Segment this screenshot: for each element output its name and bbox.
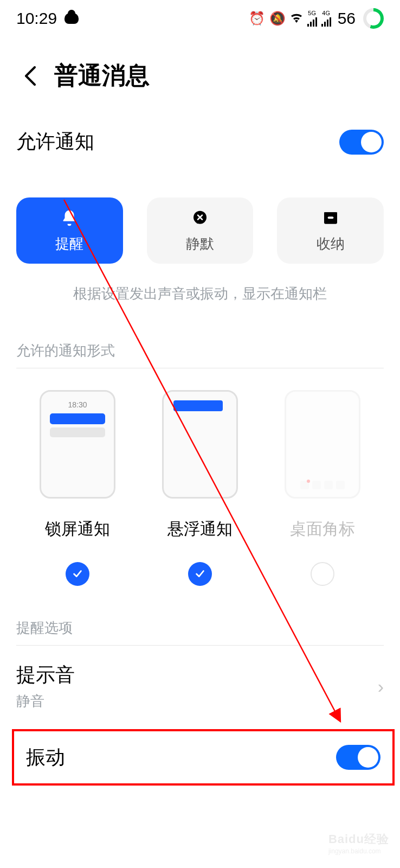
svg-rect-2 bbox=[324, 212, 337, 216]
divider bbox=[16, 368, 384, 368]
mute-icon: 🔕 bbox=[269, 11, 286, 26]
mute-chat-icon bbox=[190, 208, 210, 228]
allow-notifications-toggle[interactable] bbox=[339, 130, 384, 155]
page-title: 普通消息 bbox=[54, 60, 150, 92]
vibrate-row: 振动 bbox=[12, 729, 395, 786]
form-float-check[interactable] bbox=[188, 562, 212, 586]
mode-alert[interactable]: 提醒 bbox=[16, 197, 123, 264]
vibrate-toggle[interactable] bbox=[336, 745, 380, 770]
status-bar: 10:29 ⏰ 🔕 5G 4G 56 bbox=[0, 0, 400, 33]
mode-store-label: 收纳 bbox=[317, 234, 345, 253]
inbox-icon bbox=[321, 208, 340, 228]
form-lockscreen-label: 锁屏通知 bbox=[45, 518, 110, 540]
mode-silent[interactable]: 静默 bbox=[147, 197, 254, 264]
sound-row[interactable]: 提示音 静音 › bbox=[16, 646, 384, 722]
bell-icon bbox=[60, 208, 79, 228]
status-right: ⏰ 🔕 5G 4G 56 bbox=[249, 8, 384, 29]
battery-ring-icon bbox=[363, 8, 384, 29]
back-button[interactable] bbox=[22, 63, 38, 89]
mode-description: 根据设置发出声音或振动，显示在通知栏 bbox=[16, 284, 384, 303]
signal-2: 4G bbox=[321, 10, 331, 27]
sound-title: 提示音 bbox=[16, 662, 75, 688]
mode-store[interactable]: 收纳 bbox=[277, 197, 384, 264]
forms-row: 18:30 锁屏通知 悬浮通知 桌面角标 bbox=[16, 390, 384, 586]
wifi-icon bbox=[290, 11, 303, 26]
cloud-icon bbox=[64, 13, 79, 24]
alarm-icon: ⏰ bbox=[249, 11, 265, 26]
form-badge[interactable]: 桌面角标 bbox=[261, 390, 384, 586]
svg-rect-3 bbox=[327, 216, 333, 219]
badge-preview bbox=[285, 390, 360, 499]
chevron-right-icon: › bbox=[378, 676, 384, 697]
allow-label: 允许通知 bbox=[16, 129, 94, 155]
mode-silent-label: 静默 bbox=[186, 234, 214, 253]
lock-time: 18:30 bbox=[47, 400, 108, 409]
lockscreen-preview: 18:30 bbox=[40, 390, 115, 499]
mode-alert-label: 提醒 bbox=[55, 234, 83, 253]
form-badge-label: 桌面角标 bbox=[290, 518, 355, 540]
signal-1: 5G bbox=[307, 10, 317, 27]
form-float[interactable]: 悬浮通知 bbox=[139, 390, 261, 586]
mode-cards: 提醒 静默 收纳 bbox=[16, 197, 384, 264]
watermark: Baidu经验 jingyan.baidu.com bbox=[328, 831, 389, 855]
form-lockscreen[interactable]: 18:30 锁屏通知 bbox=[16, 390, 139, 586]
form-badge-check[interactable] bbox=[311, 562, 334, 586]
battery-percent: 56 bbox=[338, 9, 356, 28]
header: 普通消息 bbox=[0, 33, 400, 113]
forms-heading: 允许的通知形式 bbox=[16, 336, 384, 365]
form-lockscreen-check[interactable] bbox=[66, 562, 89, 586]
float-preview bbox=[162, 390, 238, 499]
allow-notifications-row: 允许通知 bbox=[16, 113, 384, 170]
vibrate-label: 振动 bbox=[26, 744, 65, 771]
remind-heading: 提醒选项 bbox=[16, 613, 384, 642]
status-time: 10:29 bbox=[16, 9, 57, 28]
sound-value: 静音 bbox=[16, 692, 75, 711]
status-left: 10:29 bbox=[16, 9, 79, 28]
form-float-label: 悬浮通知 bbox=[167, 518, 233, 540]
